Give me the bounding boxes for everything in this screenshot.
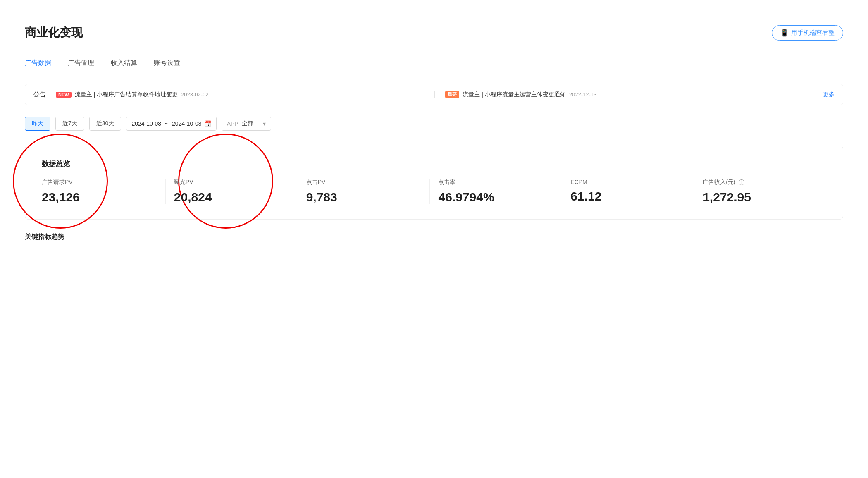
page-header: 商业化变现 📱 用手机端查看整: [25, 17, 843, 41]
stat-item-ecpm: ECPM 61.12: [562, 179, 694, 204]
date-start: 2024-10-08: [131, 120, 161, 127]
stat-item-ad-revenue: 广告收入(元) i 1,272.95: [694, 179, 826, 204]
stat-label-ad-request-pv: 广告请求PV: [42, 179, 157, 186]
stat-label-click-rate: 点击率: [438, 179, 553, 186]
key-metrics-title: 关键指标趋势: [25, 233, 843, 241]
filter-7days[interactable]: 近7天: [55, 117, 84, 131]
phone-icon: 📱: [780, 29, 789, 37]
main-content: 商业化变现 📱 用手机端查看整 广告数据 广告管理 收入结算 账号设置 公告 N…: [0, 0, 868, 478]
badge-important: 重要: [445, 91, 459, 98]
stat-value-click-pv: 9,783: [306, 190, 422, 204]
stat-value-click-rate: 46.9794%: [438, 190, 553, 204]
stat-label-ecpm: ECPM: [570, 179, 686, 185]
filter-yesterday[interactable]: 昨天: [25, 117, 50, 131]
filter-30days[interactable]: 近30天: [89, 117, 122, 131]
date-range-picker[interactable]: 2024-10-08 ～ 2024-10-08 📅: [126, 117, 216, 131]
announcement-bar: 公告 NEW 流量主 | 小程序广告结算单收件地址变更 2023-02-02 |…: [25, 84, 843, 105]
filter-bar: 昨天 近7天 近30天 2024-10-08 ～ 2024-10-08 📅 AP…: [25, 117, 843, 131]
announcement-text-2[interactable]: 流量主 | 小程序流量主运营主体变更通知: [463, 91, 565, 98]
announcement-date-1: 2023-02-02: [181, 91, 209, 98]
announcement-date-2: 2022-12-13: [569, 91, 597, 98]
page-title: 商业化变现: [25, 25, 83, 41]
stat-item-click-rate: 点击率 46.9794%: [430, 179, 562, 204]
page-wrapper: 商业化变现 📱 用手机端查看整 广告数据 广告管理 收入结算 账号设置 公告 N…: [0, 0, 868, 478]
app-filter-dropdown[interactable]: APP 全部 ▾: [222, 117, 271, 131]
stat-value-ecpm: 61.12: [570, 189, 686, 203]
badge-new: NEW: [56, 92, 72, 98]
mobile-view-label: 用手机端查看整: [791, 29, 835, 37]
announcement-label: 公告: [33, 91, 46, 98]
more-announcements-button[interactable]: 更多: [823, 91, 835, 98]
tab-ad-management[interactable]: 广告管理: [68, 54, 94, 72]
stat-label-ad-revenue: 广告收入(元) i: [703, 179, 818, 186]
stat-value-exposure-pv: 20,824: [174, 190, 289, 204]
stat-item-click-pv: 点击PV 9,783: [298, 179, 430, 204]
announcement-item-1: NEW 流量主 | 小程序广告结算单收件地址变更 2023-02-02: [56, 91, 424, 98]
app-filter-value: 全部: [242, 120, 253, 127]
stat-label-click-pv: 点击PV: [306, 179, 422, 186]
stats-section-title: 数据总览: [42, 159, 826, 169]
tabs-bar: 广告数据 广告管理 收入结算 账号设置: [25, 54, 843, 72]
announcement-item-2: 重要 流量主 | 小程序流量主运营主体变更通知 2022-12-13: [445, 91, 813, 98]
stats-grid: 广告请求PV 23,126 曝光PV 20,824 点击PV 9,783 点击率…: [42, 179, 826, 204]
stat-item-ad-request-pv: 广告请求PV 23,126: [42, 179, 166, 204]
announcement-divider: |: [434, 90, 436, 99]
app-filter-label: APP: [227, 120, 238, 127]
stat-item-exposure-pv: 曝光PV 20,824: [166, 179, 298, 204]
stat-value-ad-revenue: 1,272.95: [703, 190, 818, 204]
stat-label-exposure-pv: 曝光PV: [174, 179, 289, 186]
stat-value-ad-request-pv: 23,126: [42, 190, 157, 204]
mobile-view-button[interactable]: 📱 用手机端查看整: [772, 25, 843, 41]
tab-income-settlement[interactable]: 收入结算: [111, 54, 137, 72]
date-range-sep: ～: [164, 120, 169, 127]
chevron-down-icon: ▾: [263, 120, 266, 127]
date-end: 2024-10-08: [172, 120, 202, 127]
tab-ad-data[interactable]: 广告数据: [25, 54, 51, 72]
info-icon[interactable]: i: [739, 179, 744, 185]
stats-section: 数据总览 广告请求PV 23,126 曝光PV 20,824 点击PV 9,78…: [25, 146, 843, 220]
announcement-text-1[interactable]: 流量主 | 小程序广告结算单收件地址变更: [75, 91, 178, 98]
tab-account-settings[interactable]: 账号设置: [154, 54, 180, 72]
calendar-icon: 📅: [204, 120, 211, 127]
